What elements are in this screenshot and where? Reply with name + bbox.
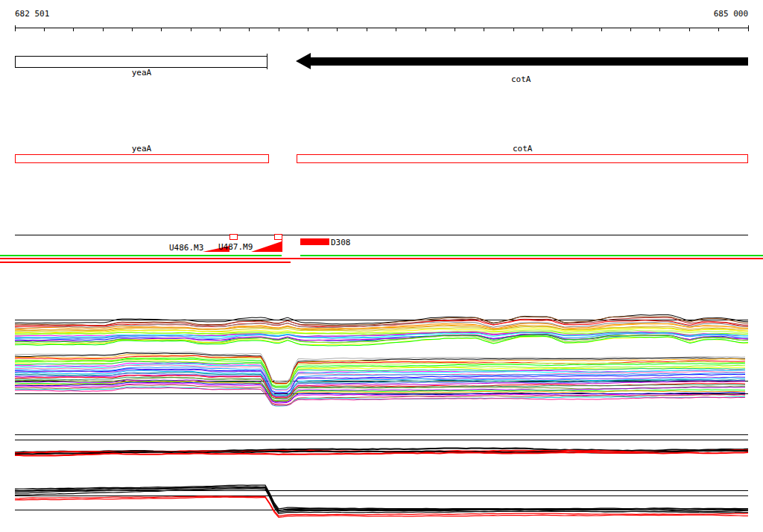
probe-box-D308[interactable] bbox=[300, 238, 329, 245]
probe-label-D308: D308 bbox=[331, 238, 351, 247]
annotation-box-yeaA[interactable] bbox=[15, 154, 268, 162]
probe-notch-U486.M3 bbox=[229, 234, 237, 239]
probe-label-U487.M9: U487.M9 bbox=[218, 242, 253, 252]
probe-triangle-U487.M9[interactable] bbox=[251, 241, 282, 252]
probe-notch-U487.M9 bbox=[274, 234, 282, 239]
gene-label-yeaA: yeaA bbox=[132, 68, 152, 77]
annotation-label-yeaA: yeaA bbox=[132, 144, 152, 153]
genome-view-canvas: yeaAcotAyeaAcotAU486.M3U487.M9D308 bbox=[0, 0, 763, 532]
gene-arrow-cotA[interactable] bbox=[296, 53, 748, 69]
probe-label-U486.M3: U486.M3 bbox=[169, 243, 203, 253]
genome-browser-window: 682 501 685 000 yeaAcotAyeaAcotAU486.M3U… bbox=[0, 0, 763, 532]
annotation-label-cotA: cotA bbox=[513, 144, 533, 153]
annotation-box-cotA[interactable] bbox=[297, 154, 747, 162]
gene-label-cotA: cotA bbox=[511, 75, 531, 84]
gene-box-yeaA[interactable] bbox=[15, 56, 267, 67]
